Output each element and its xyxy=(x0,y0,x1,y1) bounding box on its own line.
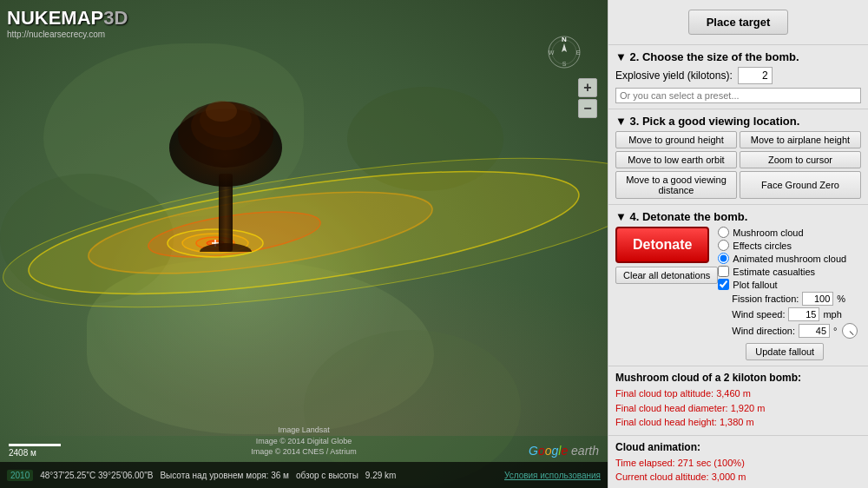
zoom-out-btn[interactable]: − xyxy=(578,99,597,118)
logo-url: http://nuclearsecrecy.com xyxy=(7,30,128,40)
mushroom-info-section: Mushroom cloud of a 2 kiloton bomb: Fina… xyxy=(608,366,868,436)
wind-speed-row: Wind speed: mph xyxy=(732,307,861,321)
wind-direction-dial[interactable] xyxy=(842,323,858,339)
wind-speed-label: Wind speed: xyxy=(732,309,785,320)
wind-direction-label: Wind direction: xyxy=(732,326,795,336)
google-earth-logo: Google earth xyxy=(529,444,599,458)
wind-direction-unit: ° xyxy=(833,326,837,336)
section4-title: ▼ 4. Detonate the bomb. xyxy=(615,210,861,223)
terms-link[interactable]: Условия использования xyxy=(504,471,601,480)
fission-label: Fission fraction: xyxy=(732,293,799,304)
year-badge: 2010 xyxy=(7,470,33,481)
effects-circles-label: Effects circles xyxy=(733,241,792,251)
section3-title: ▼ 3. Pick a good viewing location. xyxy=(615,115,861,128)
place-target-button[interactable]: Place target xyxy=(688,10,789,35)
fallout-label: Plot fallout xyxy=(733,280,777,290)
fission-unit: % xyxy=(837,293,845,304)
fallout-checkbox[interactable] xyxy=(718,279,729,290)
svg-text:W: W xyxy=(549,49,555,56)
animation-info-section: Cloud animation: Time elapsed: 271 sec (… xyxy=(608,436,868,489)
mushroom-cloud-option: Mushroom cloud xyxy=(718,227,861,238)
wind-direction-row: Wind direction: ° xyxy=(732,323,861,339)
animated-option: Animated mushroom cloud xyxy=(718,253,861,264)
svg-text:E: E xyxy=(576,49,581,56)
casualties-option: Estimate casualties xyxy=(718,266,861,277)
casualties-checkbox[interactable] xyxy=(718,266,729,277)
section-detonate: ▼ 4. Detonate the bomb. Detonate Clear a… xyxy=(608,205,868,366)
animation-line3: Current diameter of cloud head: 1,920 m xyxy=(615,485,861,489)
wind-speed-unit: mph xyxy=(823,309,841,320)
svg-text:S: S xyxy=(562,61,567,67)
animation-line1: Time elapsed: 271 sec (100%) xyxy=(615,456,861,471)
low-earth-btn[interactable]: Move to low earth orbit xyxy=(615,151,737,168)
mushroom-line1: Final cloud top altitude: 3,460 m xyxy=(615,386,861,401)
update-fallout-button[interactable]: Update fallout xyxy=(746,343,824,360)
mushroom-line2: Final cloud head diameter: 1,920 m xyxy=(615,401,861,416)
fission-row: Fission fraction: % xyxy=(732,292,861,306)
animated-label: Animated mushroom cloud xyxy=(733,254,846,264)
airplane-height-btn[interactable]: Move to airplane height xyxy=(740,131,861,148)
zoom-cursor-btn[interactable]: Zoom to cursor xyxy=(740,151,861,168)
wind-speed-input[interactable] xyxy=(788,307,819,321)
svg-marker-23 xyxy=(562,43,567,52)
scale-bar: 2408 м xyxy=(9,444,61,458)
fallout-option: Plot fallout xyxy=(718,279,861,290)
effects-circles-radio[interactable] xyxy=(718,240,729,251)
detonate-button[interactable]: Detonate xyxy=(615,227,709,263)
casualties-label: Estimate casualties xyxy=(733,267,815,277)
zoom-controls[interactable]: + − xyxy=(578,78,597,118)
preset-input[interactable] xyxy=(615,88,861,103)
wind-direction-input[interactable] xyxy=(799,324,830,338)
face-ground-zero-btn[interactable]: Face Ground Zero xyxy=(740,171,861,199)
yield-row: Explosive yield (kilotons): xyxy=(615,67,861,84)
view-buttons-grid: Move to ground height Move to airplane h… xyxy=(615,131,861,199)
section-viewing-location: ▼ 3. Pick a good viewing location. Move … xyxy=(608,109,868,205)
altitude-display: Высота над уровнем моря: 36 м xyxy=(160,471,289,480)
animation-info-title: Cloud animation: xyxy=(615,441,861,453)
section2-title: ▼ 2. Choose the size of the bomb. xyxy=(615,50,861,63)
fallout-suboptions: Fission fraction: % Wind speed: mph Wind… xyxy=(718,292,861,360)
mushroom-cloud-radio[interactable] xyxy=(718,227,729,238)
right-panel: Place target ▼ 2. Choose the size of the… xyxy=(608,0,868,488)
yield-input[interactable] xyxy=(738,67,773,84)
yield-label: Explosive yield (kilotons): xyxy=(615,69,733,82)
coords-display: 48°37'25.25"С 39°25'06.00"В xyxy=(40,471,153,480)
detonate-options: Mushroom cloud Effects circles Animated … xyxy=(718,227,861,360)
compass: N S W E xyxy=(547,35,582,69)
effects-circles-option: Effects circles xyxy=(718,240,861,251)
svg-text:N: N xyxy=(562,36,567,43)
viewing-distance-btn[interactable]: Move to a good viewing distance xyxy=(615,171,737,199)
view-display: обзор с высоты xyxy=(296,471,358,480)
detonate-row: Detonate Clear all detonations Mushroom … xyxy=(615,227,861,360)
place-target-section: Place target xyxy=(608,0,868,45)
scale-value: 2408 м xyxy=(9,448,61,458)
mushroom-info-title: Mushroom cloud of a 2 kiloton bomb: xyxy=(615,372,861,384)
mushroom-cloud-label: Mushroom cloud xyxy=(733,228,803,238)
mushroom-line3: Final cloud head height: 1,380 m xyxy=(615,415,861,430)
logo-title: NUKEMAP3D xyxy=(7,7,128,30)
animation-line2: Current cloud altitude: 3,000 m xyxy=(615,470,861,485)
image-credits: Image Landsat Image © 2014 Digital Globe… xyxy=(251,425,357,458)
animated-mushroom-radio[interactable] xyxy=(718,253,729,264)
zoom-in-btn[interactable]: + xyxy=(578,78,597,97)
logo: NUKEMAP3D http://nuclearsecrecy.com xyxy=(7,7,128,40)
fission-input[interactable] xyxy=(802,292,833,306)
clear-detonations-button[interactable]: Clear all detonations xyxy=(615,267,718,284)
status-bar: 2010 48°37'25.25"С 39°25'06.00"В Высота … xyxy=(0,462,608,488)
section-bomb-size: ▼ 2. Choose the size of the bomb. Explos… xyxy=(608,45,868,109)
ground-height-btn[interactable]: Move to ground height xyxy=(615,131,737,148)
map-area[interactable]: NUKEMAP3D http://nuclearsecrecy.com N S … xyxy=(0,0,608,488)
distance-display: 9.29 km xyxy=(365,471,397,480)
